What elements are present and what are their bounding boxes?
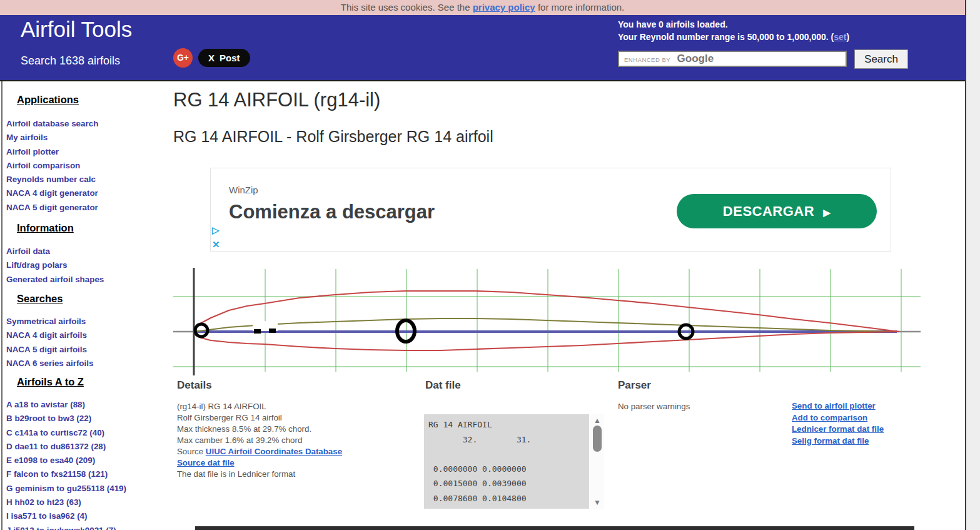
sidebar-information-list: Airfoil data Lift/drag polars Generated … bbox=[6, 245, 104, 287]
sidebar-heading-information: Information bbox=[17, 222, 74, 234]
site-title: Airfoil Tools bbox=[21, 17, 132, 42]
dat-file-content: RG 14 AIRFOIL 32. 31. 0.0000000 0.000000… bbox=[424, 414, 589, 506]
source-label: Source bbox=[177, 447, 206, 456]
airfoils-loaded-text: You have 0 airfoils loaded. bbox=[618, 18, 849, 31]
adchoices-icon[interactable]: ▷ bbox=[212, 225, 220, 236]
ad-headline: Comienza a descargar bbox=[229, 201, 435, 223]
sidebar-heading-applications: Applications bbox=[17, 94, 79, 106]
send-to-airfoil-plotter-link[interactable]: Send to airfoil plotter bbox=[792, 400, 884, 412]
sidebar-item-atoz-a[interactable]: A a18 to avistar (88) bbox=[6, 398, 126, 412]
airfoil-upper-surface bbox=[194, 291, 899, 332]
selig-format-dat-file-link[interactable]: Selig format dat file bbox=[792, 436, 884, 447]
page-right-border bbox=[965, 0, 966, 530]
sidebar-item-reynolds-number-calc[interactable]: Reynolds number calc bbox=[6, 173, 98, 186]
details-max-camber: Max camber 1.6% at 39.2% chord bbox=[177, 435, 342, 446]
sidebar-item-atoz-j[interactable]: J j5012 to joukowsk0021 (7) bbox=[6, 524, 126, 530]
sidebar-item-atoz-e[interactable]: E e1098 to esa40 (209) bbox=[6, 454, 126, 467]
chord-dash-mark bbox=[254, 329, 261, 334]
details-source-line: Source UIUC Airfoil Coordinates Database bbox=[177, 446, 342, 457]
sidebar-item-airfoil-comparison[interactable]: Airfoil comparison bbox=[6, 159, 98, 173]
sidebar-item-generated-airfoil-shapes[interactable]: Generated airfoil shapes bbox=[6, 273, 104, 287]
ad-banner[interactable]: WinZip Comienza a descargar DESCARGAR▶ bbox=[210, 168, 891, 252]
sidebar-item-naca-4-digit-generator[interactable]: NACA 4 digit generator bbox=[6, 186, 98, 200]
airfoil-plot bbox=[173, 265, 921, 375]
parser-status: No parser warnings bbox=[618, 401, 690, 412]
page-subtitle: RG 14 AIRFOIL - Rolf Girsberger RG 14 ai… bbox=[173, 128, 493, 146]
reynolds-text-close: ) bbox=[846, 32, 849, 42]
camber-line bbox=[194, 319, 899, 332]
page: This site uses cookies. See the privacy … bbox=[0, 0, 966, 530]
sidebar-item-lift-drag-polars[interactable]: Lift/drag polars bbox=[6, 258, 104, 272]
scrollbar-thumb[interactable] bbox=[593, 426, 602, 452]
sidebar-item-airfoil-data[interactable]: Airfoil data bbox=[6, 245, 104, 258]
x-post-label: Post bbox=[220, 53, 240, 63]
airfoil-lower-surface bbox=[194, 332, 899, 350]
uiuc-database-link[interactable]: UIUC Airfoil Coordinates Database bbox=[206, 447, 342, 456]
sidebar-item-naca-5-digit-airfoils[interactable]: NACA 5 digit airfoils bbox=[6, 343, 93, 357]
cookie-banner: This site uses cookies. See the privacy … bbox=[0, 0, 965, 15]
scroll-up-icon[interactable]: ▲ bbox=[590, 416, 604, 425]
site-subtitle: Search 1638 airfoils bbox=[21, 54, 120, 68]
x-logo-icon: X bbox=[208, 53, 215, 63]
scroll-down-icon[interactable]: ▼ bbox=[590, 498, 604, 507]
source-dat-file-line: Source dat file bbox=[177, 457, 342, 469]
sidebar-searches-list: Symmetrical airfoils NACA 4 digit airfoi… bbox=[6, 315, 93, 370]
action-links: Send to airfoil plotter Add to compariso… bbox=[792, 400, 884, 447]
sidebar-heading-searches: Searches bbox=[17, 293, 63, 305]
add-to-comparison-link[interactable]: Add to comparison bbox=[792, 412, 884, 424]
ad-close-icon[interactable]: ✕ bbox=[212, 239, 220, 250]
x-post-button[interactable]: XPost bbox=[198, 49, 250, 67]
search-button[interactable]: Search bbox=[854, 49, 908, 69]
google-plus-share-button[interactable]: G+ bbox=[173, 48, 193, 68]
sidebar-heading-airfoils-a-to-z: Airfoils A to Z bbox=[17, 376, 84, 388]
sidebar-item-naca-6-series-airfoils[interactable]: NACA 6 series airfoils bbox=[6, 357, 93, 370]
dat-file-scrollbar[interactable]: ▲ ▼ bbox=[590, 414, 604, 509]
details-max-thickness: Max thickness 8.5% at 29.7% chord. bbox=[177, 424, 342, 435]
cookie-text-before: This site uses cookies. See the bbox=[341, 2, 473, 13]
sidebar-item-airfoil-database-search[interactable]: Airfoil database search bbox=[6, 117, 98, 131]
sidebar-item-atoz-g[interactable]: G geminism to gu255118 (419) bbox=[6, 482, 126, 496]
site-header: Airfoil Tools Search 1638 airfoils G+ XP… bbox=[0, 15, 965, 81]
sidebar-item-airfoil-plotter[interactable]: Airfoil plotter bbox=[6, 145, 98, 159]
sidebar-item-naca-5-digit-generator[interactable]: NACA 5 digit generator bbox=[6, 201, 98, 215]
account-status: You have 0 airfoils loaded. Your Reynold… bbox=[618, 18, 849, 43]
ad-brand: WinZip bbox=[229, 185, 258, 195]
dat-file-heading: Dat file bbox=[425, 379, 461, 392]
enhanced-by-label: ENHANCED BY bbox=[624, 56, 670, 63]
source-dat-file-link[interactable]: Source dat file bbox=[177, 458, 235, 467]
details-description-line: Rolf Girsberger RG 14 airfoil bbox=[177, 412, 342, 424]
site-search-input[interactable]: ENHANCED BY Google bbox=[618, 51, 847, 67]
reynolds-range-text: Your Reynold number range is 50,000 to 1… bbox=[618, 31, 849, 43]
details-format-line: The dat file is in Lednicer format bbox=[177, 469, 342, 480]
dat-file-textarea[interactable]: RG 14 AIRFOIL 32. 31. 0.0000000 0.000000… bbox=[424, 414, 589, 509]
parser-heading: Parser bbox=[618, 379, 651, 392]
google-logo: Google bbox=[677, 53, 714, 64]
sidebar-item-atoz-b[interactable]: B b29root to bw3 (22) bbox=[6, 412, 126, 426]
sidebar-applications-list: Airfoil database search My airfoils Airf… bbox=[6, 117, 98, 215]
sidebar-item-atoz-h[interactable]: H hh02 to ht23 (63) bbox=[6, 496, 126, 509]
details-heading: Details bbox=[177, 379, 212, 392]
ad-download-label: DESCARGAR bbox=[723, 203, 814, 219]
details-name-line: (rg14-il) RG 14 AIRFOIL bbox=[177, 401, 342, 412]
sidebar-item-atoz-c[interactable]: C c141a to curtisc72 (40) bbox=[6, 426, 126, 440]
sidebar-item-atoz-f[interactable]: F falcon to fxs21158 (121) bbox=[6, 467, 126, 481]
reynolds-text: Your Reynold number range is 50,000 to 1… bbox=[618, 32, 834, 42]
chord-dash-mark bbox=[269, 329, 276, 333]
sidebar-item-symmetrical-airfoils[interactable]: Symmetrical airfoils bbox=[6, 315, 93, 329]
sidebar-item-my-airfoils[interactable]: My airfoils bbox=[6, 131, 98, 145]
cookie-text-after: for more information. bbox=[535, 2, 625, 13]
ad-download-button[interactable]: DESCARGAR▶ bbox=[677, 194, 877, 228]
set-reynolds-link[interactable]: set bbox=[834, 32, 846, 42]
privacy-policy-link[interactable]: privacy policy bbox=[473, 2, 535, 13]
details-body: (rg14-il) RG 14 AIRFOIL Rolf Girsberger … bbox=[177, 401, 342, 480]
sidebar-item-atoz-d[interactable]: D dae11 to du861372 (28) bbox=[6, 440, 126, 454]
sidebar-item-atoz-i[interactable]: I isa571 to isa962 (4) bbox=[6, 509, 126, 523]
sidebar-atoz-list: A a18 to avistar (88) B b29root to bw3 (… bbox=[6, 398, 126, 530]
page-left-border bbox=[1, 81, 3, 530]
lednicer-format-dat-file-link[interactable]: Lednicer format dat file bbox=[792, 424, 884, 436]
page-title: RG 14 AIRFOIL (rg14-il) bbox=[173, 89, 380, 111]
sidebar-item-naca-4-digit-airfoils[interactable]: NACA 4 digit airfoils bbox=[6, 329, 93, 342]
next-section-top-border bbox=[195, 526, 914, 530]
play-arrow-icon: ▶ bbox=[823, 207, 831, 218]
